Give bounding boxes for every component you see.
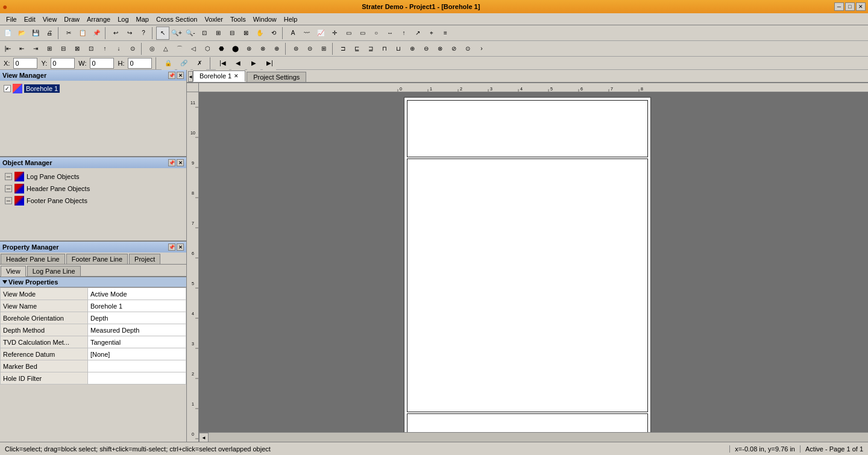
save-button[interactable]: 💾 [29, 27, 42, 40]
header-expand-icon[interactable]: ─ [5, 185, 12, 192]
menu-tools[interactable]: Tools [227, 14, 250, 24]
menu-help[interactable]: Help [280, 14, 301, 24]
undo-button[interactable]: ↩ [109, 27, 122, 40]
new-button[interactable]: 📄 [1, 27, 14, 40]
nav-last[interactable]: ▶| [263, 57, 276, 70]
prop-val-tvd[interactable]: Tangential [88, 336, 186, 348]
tb-btn-15[interactable]: ✛ [328, 27, 341, 40]
prop-val-viewmode[interactable]: Active Mode [88, 288, 186, 300]
h-input[interactable] [128, 58, 152, 69]
tb-btn-11[interactable]: ✋ [253, 27, 266, 40]
tab-footer-pane-line[interactable]: Footer Pane Line [66, 254, 128, 264]
tb-btn-18[interactable]: ○ [370, 27, 383, 40]
menu-arrange[interactable]: Arrange [83, 14, 114, 24]
tb-btn-17[interactable]: ▭ [356, 27, 369, 40]
nav-first[interactable]: |◀ [216, 57, 229, 70]
text-button[interactable]: A [286, 27, 300, 40]
open-button[interactable]: 📂 [15, 27, 28, 40]
obj-tree-footer[interactable]: ─ Footer Pane Objects [2, 195, 184, 207]
view-manager-close[interactable]: ✕ [177, 72, 184, 79]
tb2-btn-8[interactable]: ↑ [98, 42, 112, 55]
borehole1-checkbox[interactable]: ✓ [4, 85, 11, 92]
tb-btn-13[interactable]: 〰 [300, 27, 313, 40]
menu-cross-section[interactable]: Cross Section [153, 14, 201, 24]
property-manager-pin[interactable]: 📌 [168, 243, 175, 251]
tb-btn-20[interactable]: ↑ [397, 27, 410, 40]
nav-prev[interactable]: ◀ [231, 57, 245, 70]
prop-val-hole-filter[interactable] [88, 372, 186, 384]
tab-project[interactable]: Project [129, 254, 160, 264]
tb2-btn-19[interactable]: ⊗ [256, 42, 269, 55]
tb2-btn-11[interactable]: ◎ [145, 42, 159, 55]
tb2-btn-14[interactable]: ◁ [187, 42, 200, 55]
minimize-button[interactable]: ─ [834, 2, 844, 11]
tb2-btn-28[interactable]: ⊔ [392, 42, 405, 55]
tb-btn-7[interactable]: ? [137, 27, 150, 40]
y-input[interactable] [51, 58, 75, 69]
menu-window[interactable]: Window [250, 14, 280, 24]
tb2-btn-20[interactable]: ⊕ [270, 42, 283, 55]
view-manager-pin[interactable]: 📌 [168, 72, 175, 79]
tb2-btn-7[interactable]: ⊡ [84, 42, 98, 55]
tb2-btn-15[interactable]: ⬡ [201, 42, 214, 55]
tb2-btn-25[interactable]: ⊑ [350, 42, 363, 55]
tb-btn-22[interactable]: ⌖ [425, 27, 438, 40]
tab-log-pane-line[interactable]: Log Pane Line [27, 266, 81, 276]
tb2-btn-18[interactable]: ⊛ [242, 42, 256, 55]
tb2-btn-24[interactable]: ⊐ [336, 42, 350, 55]
drawing-area[interactable] [199, 92, 868, 432]
tab-borehole1[interactable]: Borehole 1 ✕ [193, 71, 245, 82]
tb-btn-3[interactable]: 🖨 [43, 27, 56, 40]
tb2-btn-9[interactable]: ↓ [112, 42, 125, 55]
menu-log[interactable]: Log [114, 14, 132, 24]
tb-btn-19[interactable]: ↔ [383, 27, 397, 40]
property-scroll[interactable]: View Mode Active Mode View Name Borehole… [0, 287, 186, 442]
tb-btn-4[interactable]: ✂ [62, 27, 75, 40]
tb2-btn-5[interactable]: ⊟ [57, 42, 70, 55]
tb-btn-12[interactable]: ⟲ [267, 27, 280, 40]
tb2-btn-29[interactable]: ⊕ [406, 42, 419, 55]
x-input[interactable] [13, 58, 37, 69]
tb2-btn-6[interactable]: ⊠ [71, 42, 84, 55]
tab-project-settings[interactable]: Project Settings [247, 72, 306, 82]
zoom-out-button[interactable]: 🔍- [184, 27, 197, 40]
tb2-btn-4[interactable]: ⊞ [43, 42, 56, 55]
prop-val-ref-datum[interactable]: [None] [88, 348, 186, 360]
tb-btn-6[interactable]: 📌 [90, 27, 103, 40]
log-expand-icon[interactable]: ─ [5, 173, 12, 180]
tb-btn-9[interactable]: ⊟ [225, 27, 239, 40]
menu-file[interactable]: File [2, 14, 20, 24]
redo-button[interactable]: ↪ [123, 27, 136, 40]
footer-expand-icon[interactable]: ─ [5, 197, 12, 204]
tb2-btn-21[interactable]: ⊜ [289, 42, 303, 55]
object-manager-close[interactable]: ✕ [177, 159, 184, 166]
menu-voxler[interactable]: Voxler [201, 14, 227, 24]
tb2-btn-2[interactable]: ⇤ [15, 42, 28, 55]
menu-view[interactable]: View [39, 14, 61, 24]
property-manager-close[interactable]: ✕ [177, 243, 184, 251]
maximize-button[interactable]: □ [845, 2, 855, 11]
tb2-btn-1[interactable]: |⇤ [1, 42, 14, 55]
section-collapse-icon[interactable] [2, 280, 7, 284]
menu-edit[interactable]: Edit [20, 14, 39, 24]
prop-val-marker[interactable] [88, 360, 186, 372]
object-manager-pin[interactable]: 📌 [168, 159, 175, 166]
prop-val-viewname[interactable]: Borehole 1 [88, 300, 186, 312]
tb2-btn-17[interactable]: ⬤ [228, 42, 242, 55]
tb2-btn-10[interactable]: ⊙ [126, 42, 139, 55]
tab-header-pane-line[interactable]: Header Pane Line [1, 254, 65, 264]
menu-map[interactable]: Map [133, 14, 153, 24]
tab-scroll-left[interactable]: ◄ [188, 71, 193, 82]
tb2-btn-3[interactable]: ⇥ [29, 42, 42, 55]
tb-btn-21[interactable]: ↗ [411, 27, 424, 40]
view-tree-item-borehole1[interactable]: ✓ Borehole 1 [2, 83, 184, 94]
lock-btn[interactable]: 🔒 [162, 57, 175, 70]
select-button[interactable]: ↖ [156, 27, 169, 40]
scroll-track-bottom[interactable] [209, 433, 868, 442]
tb-btn-5[interactable]: 📋 [76, 27, 89, 40]
tb2-btn-30[interactable]: ⊖ [420, 42, 433, 55]
tb2-btn-31[interactable]: ⊗ [433, 42, 447, 55]
clear-btn[interactable]: ✗ [193, 57, 206, 70]
close-button[interactable]: ✕ [856, 2, 866, 11]
zoom-in-button[interactable]: 🔍+ [170, 27, 183, 40]
